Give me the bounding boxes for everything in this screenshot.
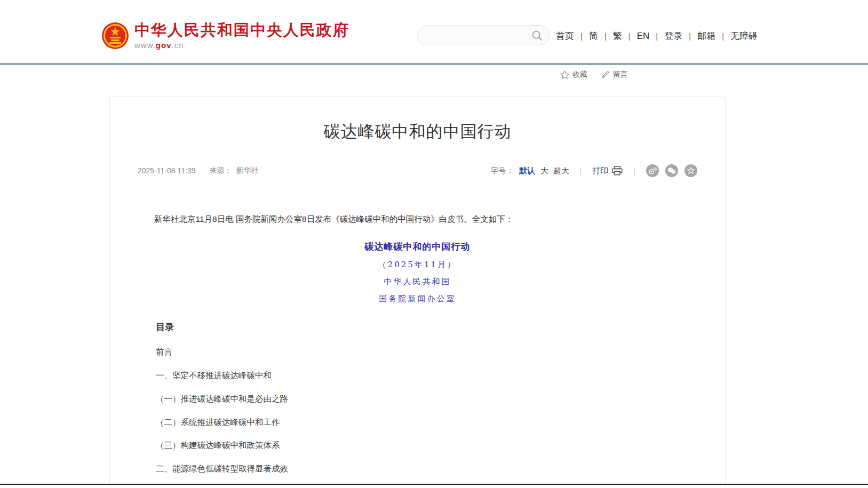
top-nav-link[interactable]: 登录 <box>649 30 682 42</box>
national-emblem-icon <box>101 22 129 50</box>
source-name: 新华社 <box>236 166 258 175</box>
toc-item: （二）系统推进碳达峰碳中和工作 <box>156 418 697 427</box>
site-url-gov: gov <box>156 41 172 50</box>
bottom-divider <box>0 484 868 485</box>
toc-item: （一）推进碳达峰碳中和是必由之路 <box>156 394 697 404</box>
document-title: 碳达峰碳中和的中国行动 <box>138 241 697 253</box>
magnifier-icon[interactable] <box>531 30 543 42</box>
site-url-cn: .cn <box>172 41 184 50</box>
publish-time: 2025-11-08 11:39 <box>138 166 195 175</box>
toc-item-label: 前言 <box>156 347 172 356</box>
toc-item-label: （一）推进碳达峰碳中和是必由之路 <box>156 394 288 403</box>
font-size-option-default[interactable]: 默认 <box>519 166 535 176</box>
wechat-icon[interactable] <box>665 164 678 177</box>
top-nav-label: 繁 <box>613 31 622 41</box>
top-nav-link[interactable]: 繁 <box>598 30 622 42</box>
toc-item-label: （二）系统推进碳达峰碳中和工作 <box>156 418 280 427</box>
toc-item-label: 一、坚定不移推进碳达峰碳中和 <box>156 371 272 380</box>
font-size-label: 字号： <box>490 166 514 176</box>
toc-item: 前言 <box>156 347 697 357</box>
toc-heading: 目录 <box>156 321 697 333</box>
site-url: www.gov.cn <box>134 41 349 50</box>
top-nav-link[interactable]: 简 <box>574 30 598 42</box>
top-nav-link[interactable]: 无障碍 <box>715 30 758 42</box>
top-nav-label: 首页 <box>556 31 574 41</box>
toc-item-label: （三）构建碳达峰碳中和政策体系 <box>156 441 280 450</box>
meta-divider <box>138 187 697 187</box>
toc-item-label: 二、能源绿色低碳转型取得显著成效 <box>156 464 288 473</box>
comment-button[interactable]: 留言 <box>601 70 628 79</box>
top-nav: 首页简繁EN登录邮箱无障碍 <box>556 30 758 42</box>
favorite-label: 收藏 <box>572 70 587 79</box>
article-source: 来源： 新华社 <box>209 166 258 175</box>
site-url-www: www. <box>134 41 156 50</box>
share-buttons <box>646 164 697 177</box>
top-nav-label: 登录 <box>664 31 682 41</box>
top-nav-link[interactable]: 首页 <box>556 30 574 42</box>
toc-item: 一、坚定不移推进碳达峰碳中和 <box>156 371 697 380</box>
article-title: 碳达峰碳中和的中国行动 <box>138 121 697 143</box>
vertical-separator <box>623 166 646 175</box>
site-text: 中华人民共和国中央人民政府 www.gov.cn <box>134 22 349 50</box>
article-meta-right: 字号： 默认 大 超大 打印 <box>490 164 697 177</box>
document-date: （2025年11月） <box>138 260 697 270</box>
search-box <box>417 25 550 45</box>
article-intro-paragraph: 新华社北京11月8日电 国务院新闻办公室8日发布《碳达峰碳中和的中国行动》白皮书… <box>138 214 697 225</box>
star-share-icon[interactable] <box>684 164 697 177</box>
weibo-icon[interactable] <box>646 164 659 177</box>
top-nav-label: EN <box>637 31 650 41</box>
print-label: 打印 <box>592 166 608 176</box>
print-button[interactable]: 打印 <box>592 166 623 176</box>
search-input[interactable] <box>418 26 549 45</box>
top-nav-link[interactable]: 邮箱 <box>682 30 715 42</box>
document-org-line-2: 国务院新闻办公室 <box>138 294 697 304</box>
top-nav-label: 无障碍 <box>730 31 758 41</box>
document-org-line-1: 中华人民共和国 <box>138 277 697 287</box>
site-logo[interactable]: 中华人民共和国中央人民政府 www.gov.cn <box>101 22 349 50</box>
site-title: 中华人民共和国中央人民政府 <box>134 22 349 38</box>
article-meta-row: 2025-11-08 11:39 来源： 新华社 字号： 默认 大 超大 打印 <box>138 164 697 177</box>
pencil-icon <box>601 70 610 79</box>
font-size-option-large[interactable]: 大 <box>540 166 548 176</box>
top-nav-link[interactable]: EN <box>622 31 650 42</box>
favorite-button[interactable]: 收藏 <box>560 70 587 79</box>
article-container: 碳达峰碳中和的中国行动 2025-11-08 11:39 来源： 新华社 字号：… <box>109 97 726 484</box>
font-size-option-xlarge[interactable]: 超大 <box>553 166 569 176</box>
header-divider <box>0 63 868 65</box>
site-header: 中华人民共和国中央人民政府 www.gov.cn 首页简繁EN登录邮箱无障碍 <box>0 0 868 65</box>
top-nav-label: 简 <box>589 31 598 41</box>
source-label: 来源： <box>209 166 232 175</box>
page-action-row: 收藏 留言 <box>560 70 628 79</box>
top-nav-label: 邮箱 <box>697 31 715 41</box>
printer-icon <box>612 166 623 175</box>
star-outline-icon <box>560 70 569 79</box>
toc-item: 二、能源绿色低碳转型取得显著成效 <box>156 464 697 474</box>
comment-label: 留言 <box>613 70 628 79</box>
table-of-contents: 目录 前言一、坚定不移推进碳达峰碳中和（一）推进碳达峰碳中和是必由之路（二）系统… <box>156 321 697 484</box>
article-meta-left: 2025-11-08 11:39 来源： 新华社 <box>138 166 258 175</box>
toc-list: 前言一、坚定不移推进碳达峰碳中和（一）推进碳达峰碳中和是必由之路（二）系统推进碳… <box>156 347 697 484</box>
toc-item: （三）构建碳达峰碳中和政策体系 <box>156 441 697 450</box>
vertical-separator <box>569 166 592 175</box>
